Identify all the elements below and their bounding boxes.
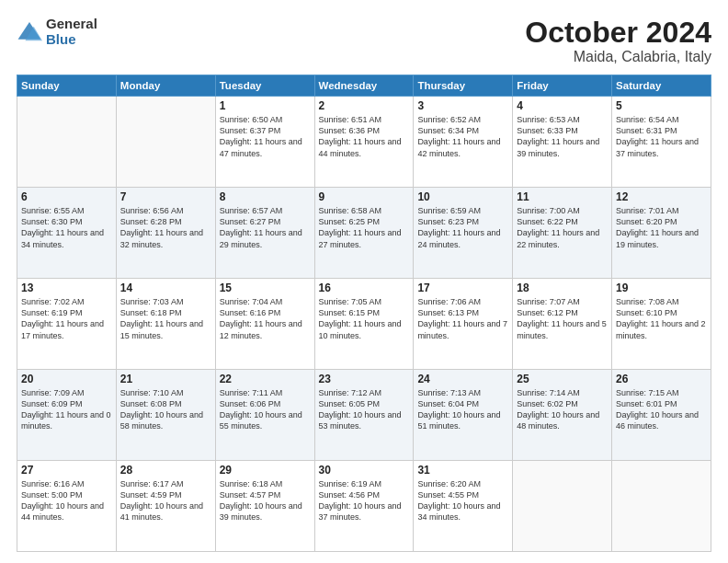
day-number: 11 <box>517 190 608 203</box>
day-number: 25 <box>517 373 608 385</box>
title-block: October 2024 Maida, Calabria, Italy <box>525 17 711 65</box>
table-row: 27Sunrise: 6:16 AM Sunset: 5:00 PM Dayli… <box>17 461 117 552</box>
table-row: 22Sunrise: 7:11 AM Sunset: 6:06 PM Dayli… <box>215 370 314 461</box>
day-number: 15 <box>220 282 311 294</box>
day-detail: Sunrise: 6:58 AM Sunset: 6:25 PM Dayligh… <box>319 205 410 250</box>
day-detail: Sunrise: 7:05 AM Sunset: 6:15 PM Dayligh… <box>319 296 410 341</box>
day-detail: Sunrise: 6:57 AM Sunset: 6:27 PM Dayligh… <box>220 205 311 250</box>
day-detail: Sunrise: 7:01 AM Sunset: 6:20 PM Dayligh… <box>616 205 707 250</box>
day-number: 31 <box>417 464 508 477</box>
table-row: 15Sunrise: 7:04 AM Sunset: 6:16 PM Dayli… <box>215 279 314 370</box>
page: General Blue October 2024 Maida, Calabri… <box>0 0 728 563</box>
day-number: 26 <box>616 373 707 385</box>
table-row: 21Sunrise: 7:10 AM Sunset: 6:08 PM Dayli… <box>116 370 215 461</box>
title-location: Maida, Calabria, Italy <box>525 49 711 65</box>
day-number: 2 <box>319 99 410 112</box>
table-row: 2Sunrise: 6:51 AM Sunset: 6:36 PM Daylig… <box>314 97 414 188</box>
table-row: 7Sunrise: 6:56 AM Sunset: 6:28 PM Daylig… <box>116 188 215 279</box>
day-detail: Sunrise: 6:18 AM Sunset: 4:57 PM Dayligh… <box>220 478 311 523</box>
day-detail: Sunrise: 6:53 AM Sunset: 6:33 PM Dayligh… <box>517 114 608 159</box>
day-detail: Sunrise: 7:02 AM Sunset: 6:19 PM Dayligh… <box>21 296 112 341</box>
day-number: 4 <box>517 99 608 112</box>
day-number: 7 <box>120 190 211 203</box>
day-detail: Sunrise: 6:51 AM Sunset: 6:36 PM Dayligh… <box>319 114 410 159</box>
day-number: 30 <box>319 464 410 477</box>
day-number: 20 <box>21 373 112 385</box>
day-number: 27 <box>21 464 112 477</box>
calendar-week-3: 13Sunrise: 7:02 AM Sunset: 6:19 PM Dayli… <box>17 279 711 370</box>
table-row: 10Sunrise: 6:59 AM Sunset: 6:23 PM Dayli… <box>414 188 513 279</box>
title-month: October 2024 <box>525 17 711 49</box>
day-number: 3 <box>417 99 508 112</box>
day-number: 1 <box>220 99 311 112</box>
table-row: 13Sunrise: 7:02 AM Sunset: 6:19 PM Dayli… <box>17 279 117 370</box>
calendar-table: Sunday Monday Tuesday Wednesday Thursday… <box>17 75 711 552</box>
table-row: 11Sunrise: 7:00 AM Sunset: 6:22 PM Dayli… <box>513 188 612 279</box>
col-sunday: Sunday <box>17 75 117 97</box>
day-number: 8 <box>220 190 311 203</box>
calendar-week-1: 1Sunrise: 6:50 AM Sunset: 6:37 PM Daylig… <box>17 97 711 188</box>
header: General Blue October 2024 Maida, Calabri… <box>17 17 711 65</box>
day-detail: Sunrise: 7:13 AM Sunset: 6:04 PM Dayligh… <box>417 387 508 432</box>
table-row: 3Sunrise: 6:52 AM Sunset: 6:34 PM Daylig… <box>414 97 513 188</box>
day-number: 23 <box>319 373 410 385</box>
day-number: 12 <box>616 190 707 203</box>
day-detail: Sunrise: 7:12 AM Sunset: 6:05 PM Dayligh… <box>319 387 410 432</box>
day-number: 14 <box>120 282 211 294</box>
table-row: 12Sunrise: 7:01 AM Sunset: 6:20 PM Dayli… <box>612 188 711 279</box>
day-number: 6 <box>21 190 112 203</box>
logo: General Blue <box>17 17 97 47</box>
day-detail: Sunrise: 7:10 AM Sunset: 6:08 PM Dayligh… <box>120 387 211 432</box>
day-detail: Sunrise: 7:14 AM Sunset: 6:02 PM Dayligh… <box>517 387 608 432</box>
table-row: 14Sunrise: 7:03 AM Sunset: 6:18 PM Dayli… <box>116 279 215 370</box>
logo-blue: Blue <box>46 32 97 48</box>
day-detail: Sunrise: 6:55 AM Sunset: 6:30 PM Dayligh… <box>21 205 112 250</box>
day-number: 28 <box>120 464 211 477</box>
day-detail: Sunrise: 6:56 AM Sunset: 6:28 PM Dayligh… <box>120 205 211 250</box>
day-detail: Sunrise: 7:07 AM Sunset: 6:12 PM Dayligh… <box>517 296 608 341</box>
day-number: 5 <box>616 99 707 112</box>
table-row: 18Sunrise: 7:07 AM Sunset: 6:12 PM Dayli… <box>513 279 612 370</box>
day-number: 9 <box>319 190 410 203</box>
day-detail: Sunrise: 6:50 AM Sunset: 6:37 PM Dayligh… <box>220 114 311 159</box>
col-wednesday: Wednesday <box>314 75 414 97</box>
col-thursday: Thursday <box>414 75 513 97</box>
day-number: 21 <box>120 373 211 385</box>
table-row: 31Sunrise: 6:20 AM Sunset: 4:55 PM Dayli… <box>414 461 513 552</box>
logo-text: General Blue <box>46 17 97 47</box>
day-number: 16 <box>319 282 410 294</box>
day-number: 24 <box>417 373 508 385</box>
table-row: 19Sunrise: 7:08 AM Sunset: 6:10 PM Dayli… <box>612 279 711 370</box>
day-detail: Sunrise: 7:03 AM Sunset: 6:18 PM Dayligh… <box>120 296 211 341</box>
col-friday: Friday <box>513 75 612 97</box>
day-detail: Sunrise: 6:20 AM Sunset: 4:55 PM Dayligh… <box>417 478 508 523</box>
table-row: 8Sunrise: 6:57 AM Sunset: 6:27 PM Daylig… <box>215 188 314 279</box>
header-row: Sunday Monday Tuesday Wednesday Thursday… <box>17 75 711 97</box>
logo-icon <box>17 19 42 45</box>
table-row: 5Sunrise: 6:54 AM Sunset: 6:31 PM Daylig… <box>612 97 711 188</box>
col-saturday: Saturday <box>612 75 711 97</box>
day-number: 10 <box>417 190 508 203</box>
day-detail: Sunrise: 7:09 AM Sunset: 6:09 PM Dayligh… <box>21 387 112 432</box>
day-number: 18 <box>517 282 608 294</box>
table-row: 29Sunrise: 6:18 AM Sunset: 4:57 PM Dayli… <box>215 461 314 552</box>
day-detail: Sunrise: 6:19 AM Sunset: 4:56 PM Dayligh… <box>319 478 410 523</box>
table-row <box>612 461 711 552</box>
day-detail: Sunrise: 6:59 AM Sunset: 6:23 PM Dayligh… <box>417 205 508 250</box>
table-row: 4Sunrise: 6:53 AM Sunset: 6:33 PM Daylig… <box>513 97 612 188</box>
day-detail: Sunrise: 6:16 AM Sunset: 5:00 PM Dayligh… <box>21 478 112 523</box>
table-row: 30Sunrise: 6:19 AM Sunset: 4:56 PM Dayli… <box>314 461 414 552</box>
table-row: 23Sunrise: 7:12 AM Sunset: 6:05 PM Dayli… <box>314 370 414 461</box>
table-row: 17Sunrise: 7:06 AM Sunset: 6:13 PM Dayli… <box>414 279 513 370</box>
table-row: 25Sunrise: 7:14 AM Sunset: 6:02 PM Dayli… <box>513 370 612 461</box>
col-monday: Monday <box>116 75 215 97</box>
table-row: 9Sunrise: 6:58 AM Sunset: 6:25 PM Daylig… <box>314 188 414 279</box>
table-row: 24Sunrise: 7:13 AM Sunset: 6:04 PM Dayli… <box>414 370 513 461</box>
day-number: 19 <box>616 282 707 294</box>
day-detail: Sunrise: 7:04 AM Sunset: 6:16 PM Dayligh… <box>220 296 311 341</box>
day-detail: Sunrise: 7:11 AM Sunset: 6:06 PM Dayligh… <box>220 387 311 432</box>
day-detail: Sunrise: 7:00 AM Sunset: 6:22 PM Dayligh… <box>517 205 608 250</box>
day-number: 17 <box>417 282 508 294</box>
col-tuesday: Tuesday <box>215 75 314 97</box>
day-detail: Sunrise: 6:17 AM Sunset: 4:59 PM Dayligh… <box>120 478 211 523</box>
